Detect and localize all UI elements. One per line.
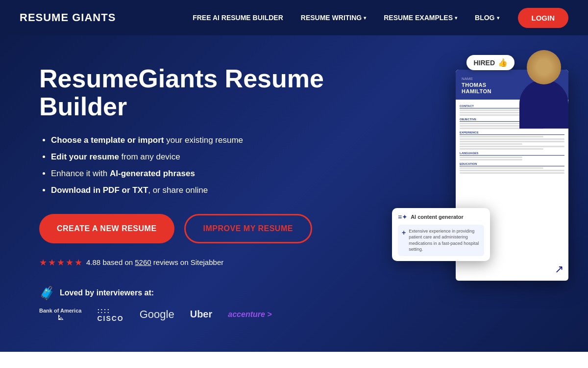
ai-icon: ≡✦ <box>398 213 408 221</box>
bullet-2: Edit your resume from any device <box>51 151 372 163</box>
ai-content-card: ≡✦ AI content generator + Extensive expe… <box>392 208 490 261</box>
chevron-down-icon: ▾ <box>497 15 499 21</box>
bullet-4: Download in PDF or TXT, or share online <box>51 184 372 196</box>
hero-content-left: ResumeGiants Resume Builder Choose a tem… <box>39 65 372 322</box>
ai-card-text: Extensive experience in providing patien… <box>409 228 480 253</box>
chevron-down-icon: ▾ <box>455 15 457 21</box>
bank-of-america-logo: Bank of America⛡ <box>39 308 81 320</box>
person-photo <box>514 50 573 133</box>
plus-icon: + <box>402 228 406 238</box>
resume-name-block: NAME THOMAS HAMILTON <box>462 77 491 95</box>
nav-resume-writing[interactable]: RESUME WRITING ▾ <box>294 10 373 26</box>
hired-badge: HIRED 👍 <box>466 55 514 70</box>
hero-title: ResumeGiants Resume Builder <box>39 65 372 121</box>
hero-bullets: Choose a template or import your existin… <box>39 134 372 196</box>
hero-section: ResumeGiants Resume Builder Choose a tem… <box>0 35 588 352</box>
loved-header: 🧳 Loved by interviewers at: <box>39 286 372 301</box>
loved-section: 🧳 Loved by interviewers at: Bank of Amer… <box>39 286 372 322</box>
briefcase-icon: 🧳 <box>39 286 55 301</box>
reviews-link[interactable]: 5260 <box>135 258 151 266</box>
hero-right: HIRED 👍 NAME THOMAS HAMILTON CONTACT <box>392 50 578 290</box>
hero-buttons: CREATE A NEW RESUME IMPROVE MY RESUME <box>39 214 372 243</box>
ai-card-input: + Extensive experience in providing pati… <box>398 225 484 256</box>
resume-name-line2: HAMILTON <box>462 88 491 95</box>
star-2: ★ <box>48 257 56 268</box>
bullet-3: Enhance it with AI-generated phrases <box>51 168 372 180</box>
bullet-1: Choose a template or import your existin… <box>51 134 372 146</box>
ai-card-header: ≡✦ AI content generator <box>398 213 484 221</box>
cursor-icon: ↗ <box>555 263 564 276</box>
person-body <box>519 79 568 129</box>
nav-links: FREE AI RESUME BUILDER RESUME WRITING ▾ … <box>186 8 568 28</box>
create-resume-button[interactable]: CREATE A NEW RESUME <box>39 214 174 243</box>
logo: RESUME GIANTS <box>20 11 116 24</box>
accenture-logo: accenture > <box>228 310 271 319</box>
nav-blog[interactable]: BLOG ▾ <box>468 10 506 26</box>
person-head <box>527 50 561 84</box>
login-button[interactable]: LOGIN <box>518 8 569 28</box>
star-5: ★ <box>74 257 82 268</box>
resume-name-line1: THOMAS <box>462 82 491 88</box>
chevron-down-icon: ▾ <box>364 15 366 21</box>
thumbs-up-icon: 👍 <box>498 58 508 67</box>
ai-card-title: AI content generator <box>411 214 464 220</box>
nav-resume-examples[interactable]: RESUME EXAMPLES ▾ <box>377 10 464 26</box>
navbar: RESUME GIANTS FREE AI RESUME BUILDER RES… <box>0 0 588 35</box>
star-rating: ★ ★ ★ ★ ★ <box>39 257 82 268</box>
rating-text: 4.88 based on 5260 reviews on Sitejabber <box>86 258 223 266</box>
rating-row: ★ ★ ★ ★ ★ 4.88 based on 5260 reviews on … <box>39 257 372 268</box>
loved-label: Loved by interviewers at: <box>60 289 154 297</box>
cisco-logo: ::::CISCO <box>97 307 123 322</box>
bottom-section: Resume Templates that Will Get You Hired… <box>0 352 588 368</box>
star-1: ★ <box>39 257 47 268</box>
star-3: ★ <box>57 257 65 268</box>
nav-free-ai-builder[interactable]: FREE AI RESUME BUILDER <box>186 10 290 26</box>
google-logo: Google <box>140 308 174 321</box>
company-logos: Bank of America⛡ ::::CISCO Google Uber a… <box>39 307 372 322</box>
uber-logo: Uber <box>190 309 213 320</box>
improve-resume-button[interactable]: IMPROVE MY RESUME <box>184 214 312 243</box>
star-4: ★ <box>66 257 74 268</box>
